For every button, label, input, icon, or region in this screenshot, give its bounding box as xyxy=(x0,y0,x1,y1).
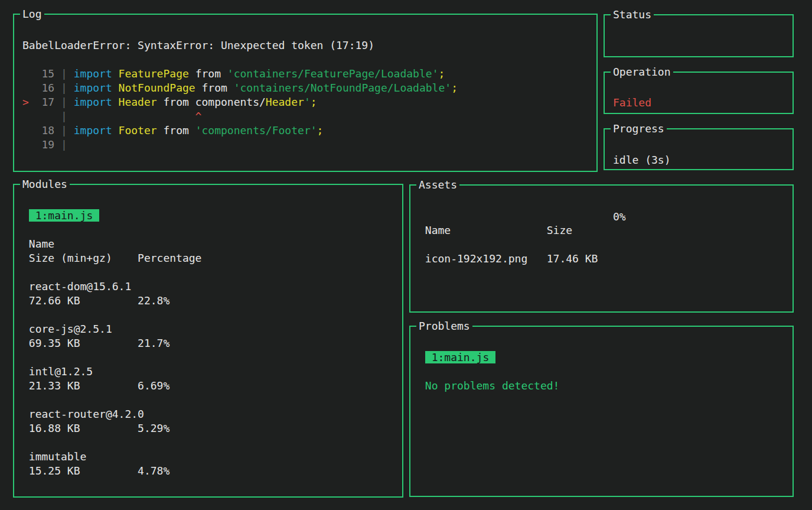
assets-panel: Assets Name Size icon-192x192.png 17.46 … xyxy=(409,184,794,313)
text-token: ' xyxy=(304,96,311,108)
text-token: | xyxy=(61,138,67,151)
text-token: 21.33 KB 6.69% xyxy=(22,379,169,392)
code-line: 15 | import FeaturePage from 'containers… xyxy=(22,67,588,81)
log-panel-title: Log xyxy=(20,7,44,21)
spacer-row xyxy=(22,436,394,450)
text-token: 'containers/FeaturePage/Loadable' xyxy=(227,67,439,80)
log-content[interactable]: BabelLoaderError: SyntaxError: Unexpecte… xyxy=(14,15,596,161)
text-token: from xyxy=(195,82,234,94)
text-token: | xyxy=(61,96,74,108)
text-token: | xyxy=(61,124,74,137)
text-token: ; xyxy=(438,67,445,80)
operation-panel: Operation idle (3s) xyxy=(604,72,794,114)
text-token: from xyxy=(189,67,227,80)
text-token: import xyxy=(74,96,112,108)
text-token xyxy=(112,96,119,108)
spacer-row xyxy=(22,350,394,365)
text-token: from xyxy=(157,124,195,137)
text-token: icon-192x192.png 17.46 KB xyxy=(419,252,598,265)
text-token: 15.25 KB 4.78% xyxy=(22,464,169,477)
text-token: 72.66 KB 22.8% xyxy=(22,294,169,307)
module-name: core-js@2.5.1 xyxy=(22,322,394,336)
error-message: BabelLoaderError: SyntaxError: Unexpecte… xyxy=(22,38,588,53)
spacer-row xyxy=(22,24,588,38)
text-token: import xyxy=(74,124,112,137)
text-token: Name xyxy=(22,238,54,250)
spacer-row xyxy=(22,223,394,237)
log-panel: Log BabelLoaderError: SyntaxError: Unexp… xyxy=(13,14,598,172)
asset-row: icon-192x192.png 17.46 KB xyxy=(419,252,784,266)
text-token: | xyxy=(22,110,74,122)
chunk-badge: 1:main.js xyxy=(425,351,495,363)
text-token: | xyxy=(61,67,74,80)
modules-content[interactable]: 1:main.js Name Size (min+gz) Percentage … xyxy=(14,185,402,488)
module-size-percentage: 16.88 KB 5.29% xyxy=(22,421,394,436)
module-size-percentage: 72.66 KB 22.8% xyxy=(22,294,394,308)
spacer-row xyxy=(419,195,784,209)
text-token: 17 xyxy=(29,96,61,108)
text-token: 18 xyxy=(22,124,61,137)
assets-content[interactable]: Name Size icon-192x192.png 17.46 KB xyxy=(410,186,793,275)
text-token xyxy=(112,82,119,94)
text-token: Header xyxy=(266,96,304,108)
chunk-badge-row: 1:main.js xyxy=(22,209,394,223)
webpack-dashboard: Log BabelLoaderError: SyntaxError: Unexp… xyxy=(0,0,812,510)
spacer-row xyxy=(419,365,784,379)
modules-header-size-percentage: Size (min+gz) Percentage xyxy=(22,251,394,265)
text-token: 'components/Footer' xyxy=(195,124,317,137)
spacer-row xyxy=(22,265,394,280)
operation-panel-title: Operation xyxy=(611,65,673,79)
problems-panel: Problems 1:main.js No problems detected! xyxy=(409,326,794,497)
text-token: ; xyxy=(311,96,317,108)
modules-panel: Modules 1:main.js Name Size (min+gz) Per… xyxy=(13,184,403,498)
problems-panel-title: Problems xyxy=(416,319,472,333)
problems-content[interactable]: 1:main.js No problems detected! xyxy=(410,327,793,402)
text-token xyxy=(112,124,119,137)
spacer-row xyxy=(419,209,784,223)
text-token: > xyxy=(22,96,29,108)
module-name: react-router@4.2.0 xyxy=(22,407,394,421)
module-size-percentage: 15.25 KB 4.78% xyxy=(22,464,394,478)
text-token: react-router@4.2.0 xyxy=(22,408,144,420)
spacer-row xyxy=(419,238,784,252)
text-token: FeaturePage xyxy=(119,67,189,80)
text-token: Footer xyxy=(119,124,157,137)
text-token: | xyxy=(61,82,74,94)
spacer-row xyxy=(22,53,588,67)
spacer-row xyxy=(22,308,394,322)
spacer-row xyxy=(22,194,394,209)
text-token xyxy=(112,67,119,80)
text-token: 15 xyxy=(22,67,61,80)
chunk-badge-row: 1:main.js xyxy=(419,350,784,365)
assets-header: Name Size xyxy=(419,223,784,238)
module-size-percentage: 69.35 KB 21.7% xyxy=(22,336,394,350)
text-token: BabelLoaderError: SyntaxError: Unexpecte… xyxy=(22,39,374,51)
modules-panel-title: Modules xyxy=(20,177,70,191)
text-token: import xyxy=(74,67,112,80)
text-token: import xyxy=(74,82,112,94)
text-token: ^ xyxy=(74,110,202,122)
module-name: immutable xyxy=(22,450,394,464)
assets-panel-title: Assets xyxy=(416,178,459,192)
module-name: intl@1.2.5 xyxy=(22,365,394,379)
text-token: 16 xyxy=(22,82,61,94)
text-token xyxy=(419,351,425,363)
module-name: react-dom@15.6.1 xyxy=(22,280,394,294)
progress-panel-title: Progress xyxy=(611,122,667,136)
text-token: Name Size xyxy=(419,224,572,236)
text-token: Size (min+gz) Percentage xyxy=(22,252,201,264)
problems-message: No problems detected! xyxy=(419,379,784,393)
text-token: ; xyxy=(451,82,458,94)
text-token: react-dom@15.6.1 xyxy=(22,280,131,293)
text-token: Header xyxy=(119,96,157,108)
code-line: 19 | xyxy=(22,138,588,152)
progress-panel: Progress 0% xyxy=(604,128,794,170)
code-line: > 17 | import Header from components/Hea… xyxy=(22,95,588,109)
text-token: 19 xyxy=(22,138,61,151)
text-token: from components/ xyxy=(157,96,266,108)
chunk-badge: 1:main.js xyxy=(29,209,99,222)
text-token: core-js@2.5.1 xyxy=(22,323,112,335)
code-line: | ^ xyxy=(22,109,588,124)
text-token: 'containers/NotFoundPage/Loadable' xyxy=(234,82,451,94)
text-token: No problems detected! xyxy=(419,379,559,392)
